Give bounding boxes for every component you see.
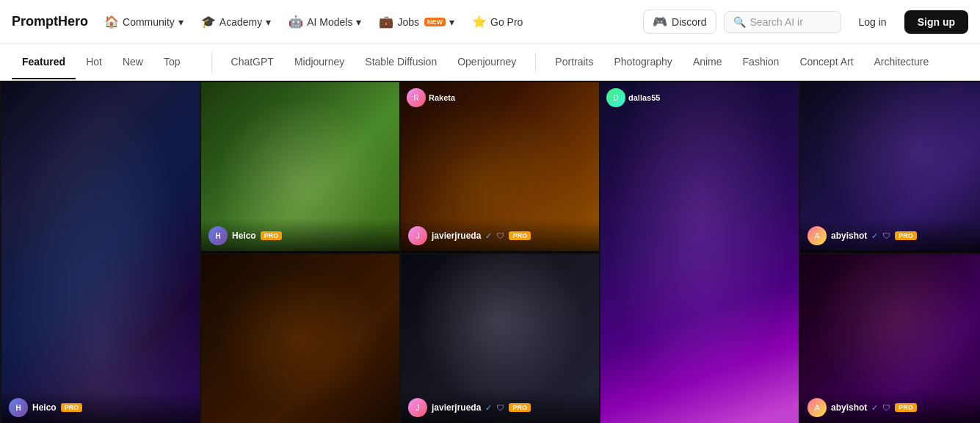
search-placeholder: Search AI ir — [750, 16, 803, 28]
nav-item-go-pro[interactable]: ⭐ Go Pro — [465, 10, 530, 33]
chevron-down-icon: ▾ — [356, 16, 361, 28]
subnav-item-openjourney[interactable]: Openjourney — [447, 46, 526, 79]
avatar-raketa: R — [407, 88, 426, 107]
verified-icon-2: ✓ — [871, 231, 878, 241]
jobs-icon: 💼 — [379, 15, 393, 29]
subnav-item-fashion[interactable]: Fashion — [733, 46, 790, 79]
subnav-item-top[interactable]: Top — [153, 46, 191, 79]
subnav-item-portraits[interactable]: Portraits — [545, 46, 603, 79]
subnav-left: Featured Hot New Top — [12, 46, 191, 79]
avatar-abyishot: A — [807, 226, 827, 245]
avatar-javier: J — [408, 226, 427, 245]
nav-community-label: Community — [123, 16, 175, 28]
navbar-left: PromptHero 🏠 Community ▾ 🎓 Academy ▾ 🤖 A… — [12, 10, 530, 33]
shield-icon-2: 🛡 — [882, 231, 890, 240]
verified-icon: ✓ — [485, 231, 492, 241]
discord-icon: 🎮 — [653, 15, 667, 29]
username-abyishot-2: abyishot — [831, 402, 867, 413]
search-icon: 🔍 — [733, 16, 746, 28]
username-heico-2: Heico — [232, 231, 256, 241]
subnav-right: ChatGPT Midjourney Stable Diffusion Open… — [221, 46, 940, 79]
navbar-right: 🎮 Discord 🔍 Search AI ir Log in Sign up — [643, 10, 968, 34]
pro-badge-heico-2: PRO — [261, 231, 283, 240]
nav-item-community[interactable]: 🏠 Community ▾ — [97, 10, 191, 33]
discord-button[interactable]: 🎮 Discord — [643, 10, 716, 34]
logo[interactable]: PromptHero — [12, 14, 88, 29]
ai-models-icon: 🤖 — [288, 15, 303, 29]
pro-badge-abyishot-2: PRO — [895, 403, 917, 412]
avatar-dallas: D — [606, 88, 625, 107]
avatar-heico: H — [9, 398, 28, 417]
username-javier-2: javierjrueda — [432, 402, 481, 413]
nav-ai-models-label: AI Models — [307, 16, 352, 28]
subnav-item-anime[interactable]: Anime — [683, 46, 733, 79]
pro-badge-javier: PRO — [509, 231, 531, 240]
subnav-item-photography[interactable]: Photography — [603, 46, 682, 79]
chevron-down-icon: ▾ — [449, 16, 454, 28]
username-abyishot: abyishot — [831, 231, 867, 241]
new-badge: NEW — [424, 18, 446, 26]
pro-badge-javier-2: PRO — [509, 403, 531, 412]
gallery-item-fairy[interactable]: H Heico PRO — [1, 82, 200, 423]
pro-badge-heico: PRO — [61, 403, 83, 412]
username-dallas: dallas55 — [628, 93, 660, 102]
nav-academy-label: Academy — [219, 16, 262, 28]
nav-jobs-label: Jobs — [397, 16, 419, 28]
signup-button[interactable]: Sign up — [904, 10, 968, 34]
subnav-item-new[interactable]: New — [112, 46, 153, 79]
gallery: H Heico PRO H Heico PRO R Raketa J javie… — [0, 81, 980, 423]
discord-label: Discord — [672, 16, 706, 28]
academy-icon: 🎓 — [201, 15, 216, 29]
avatar-abyishot-2: A — [807, 398, 827, 417]
subnav: Featured Hot New Top ChatGPT Midjourney … — [0, 44, 980, 81]
verified-icon-4: ✓ — [871, 403, 878, 413]
pro-badge-abyishot: PRO — [895, 231, 917, 240]
subnav-item-hot[interactable]: Hot — [76, 46, 112, 79]
community-icon: 🏠 — [104, 15, 119, 29]
nav-item-ai-models[interactable]: 🤖 AI Models ▾ — [281, 10, 369, 33]
login-button[interactable]: Log in — [849, 12, 897, 32]
subnav-divider — [211, 52, 212, 73]
gallery-item-girl[interactable]: H Heico PRO — [201, 82, 399, 253]
subnav-item-midjourney[interactable]: Midjourney — [284, 46, 355, 79]
username-heico: Heico — [32, 402, 57, 413]
gallery-item-whitehair[interactable]: J javierjrueda ✓ 🛡 PRO — [401, 254, 599, 423]
navbar: PromptHero 🏠 Community ▾ 🎓 Academy ▾ 🤖 A… — [0, 0, 980, 44]
subnav-divider-2 — [535, 52, 536, 73]
search-bar[interactable]: 🔍 Search AI ir — [724, 11, 841, 33]
subnav-item-chatgpt[interactable]: ChatGPT — [221, 46, 284, 79]
avatar-javier-2: J — [408, 398, 427, 417]
nav-go-pro-label: Go Pro — [490, 16, 523, 28]
star-icon: ⭐ — [472, 15, 487, 29]
nav-item-jobs[interactable]: 💼 Jobs NEW ▾ — [371, 10, 462, 33]
gallery-item-fantasy-woman[interactable]: D dallas55 — [600, 82, 799, 423]
subnav-item-architecture[interactable]: Architecture — [864, 46, 940, 79]
gallery-item-shoe[interactable]: R Raketa J javierjrueda ✓ 🛡 PRO — [401, 82, 599, 253]
subnav-item-concept-art[interactable]: Concept Art — [789, 46, 863, 79]
gallery-item-spider[interactable]: A abyishot ✓ 🛡 PRO — [800, 82, 980, 253]
gallery-item-monster[interactable] — [201, 254, 399, 423]
verified-icon-3: ✓ — [485, 403, 492, 413]
shield-icon: 🛡 — [496, 231, 504, 240]
shield-icon-3: 🛡 — [496, 403, 504, 412]
gallery-item-portrait[interactable]: A abyishot ✓ 🛡 PRO — [800, 254, 980, 423]
nav-item-academy[interactable]: 🎓 Academy ▾ — [194, 10, 278, 33]
subnav-item-featured[interactable]: Featured — [12, 46, 76, 79]
username-raketa: Raketa — [429, 93, 455, 102]
avatar-heico-2: H — [208, 226, 228, 245]
username-javier: javierjrueda — [432, 231, 481, 241]
subnav-item-stable-diffusion[interactable]: Stable Diffusion — [355, 46, 447, 79]
chevron-down-icon: ▾ — [178, 16, 184, 28]
shield-icon-4: 🛡 — [882, 403, 890, 412]
chevron-down-icon: ▾ — [266, 16, 271, 28]
